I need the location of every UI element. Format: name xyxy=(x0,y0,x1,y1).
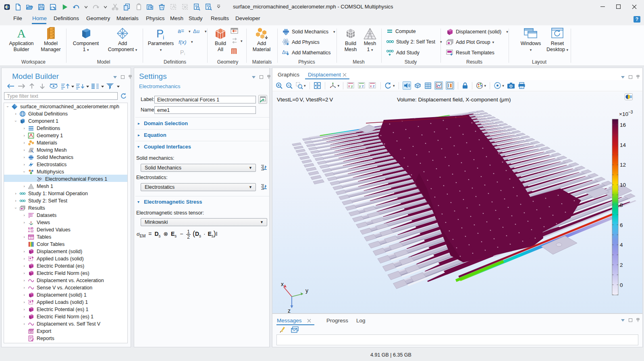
svg-text:y: y xyxy=(359,84,361,88)
svg-text:4: 4 xyxy=(620,242,623,248)
svg-text:f(x): f(x) xyxy=(179,39,187,45)
svg-text:a=: a= xyxy=(178,28,184,34)
svg-text:z: z xyxy=(373,84,375,88)
svg-text:y: y xyxy=(351,84,353,88)
svg-text:8: 8 xyxy=(620,202,623,208)
svg-text:z: z xyxy=(362,84,364,88)
svg-text:x: x xyxy=(281,281,284,287)
svg-text:12: 12 xyxy=(620,162,626,168)
svg-text:Δu: Δu xyxy=(193,28,199,34)
svg-text:P: P xyxy=(180,49,184,56)
svg-text:x: x xyxy=(370,84,372,88)
svg-text:16: 16 xyxy=(620,122,626,128)
svg-text:0: 0 xyxy=(620,282,623,288)
svg-text:z: z xyxy=(288,307,291,313)
svg-text:×10: ×10 xyxy=(619,111,628,117)
svg-text:y: y xyxy=(305,287,308,294)
svg-text:A: A xyxy=(17,27,26,40)
svg-text:2: 2 xyxy=(620,262,623,268)
svg-text:6: 6 xyxy=(620,222,623,228)
svg-text:14: 14 xyxy=(620,142,626,148)
svg-text:i: i xyxy=(163,34,164,41)
svg-text:−3: −3 xyxy=(628,110,633,114)
svg-text:10: 10 xyxy=(620,182,626,188)
svg-text:x: x xyxy=(348,84,350,88)
svg-text:i: i xyxy=(184,52,185,56)
